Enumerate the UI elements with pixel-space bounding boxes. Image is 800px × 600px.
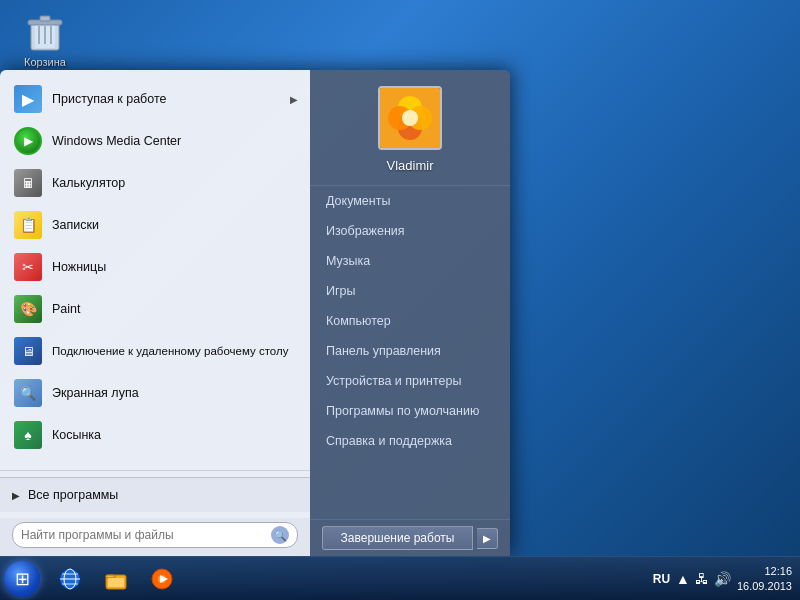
menu-item-paint[interactable]: 🎨 Paint — [0, 288, 310, 330]
menu-item-label: Записки — [52, 218, 298, 232]
wmc-icon: ▶ — [12, 125, 44, 157]
menu-item-calc[interactable]: 🖩 Калькулятор — [0, 162, 310, 204]
arrow-icon: ▶ — [290, 94, 298, 105]
search-input[interactable] — [21, 528, 271, 542]
desktop: Корзина ▶ Приступая к работе ▶ — [0, 0, 800, 600]
search-input-wrap: 🔍 — [12, 522, 298, 548]
search-bar: 🔍 — [0, 518, 310, 556]
user-section: Vladimir — [310, 70, 510, 186]
taskbar-apps — [48, 557, 184, 601]
volume-icon: 🔊 — [714, 571, 731, 587]
task-icon: 🖧 — [695, 571, 709, 587]
menu-item-wmc[interactable]: ▶ Windows Media Center — [0, 120, 310, 162]
recycle-bin-icon[interactable]: Корзина — [15, 10, 75, 68]
start-menu: ▶ Приступая к работе ▶ ▶ Windows Media C… — [0, 70, 510, 556]
user-avatar[interactable] — [378, 86, 442, 150]
shutdown-arrow-button[interactable]: ▶ — [477, 528, 498, 549]
right-link-devices[interactable]: Устройства и принтеры — [310, 366, 510, 396]
menu-item-label: Ножницы — [52, 260, 298, 274]
taskbar-explorer[interactable] — [94, 560, 138, 598]
start-button[interactable] — [0, 557, 44, 601]
all-programs-label: Все программы — [28, 488, 118, 502]
get-started-icon: ▶ — [12, 83, 44, 115]
clock-time: 12:16 — [764, 564, 792, 578]
menu-item-scissors[interactable]: ✂ Ножницы — [0, 246, 310, 288]
menu-item-label: Приступая к работе — [52, 92, 290, 106]
all-programs-section: ▶ Все программы — [0, 477, 310, 512]
start-orb — [4, 561, 40, 597]
menu-item-label: Paint — [52, 302, 298, 316]
menu-item-get-started[interactable]: ▶ Приступая к работе ▶ — [0, 78, 310, 120]
magnifier-icon: 🔍 — [12, 377, 44, 409]
network-icon: ▲ — [676, 571, 690, 587]
menu-item-label: Косынка — [52, 428, 298, 442]
menu-item-notes[interactable]: 📋 Записки — [0, 204, 310, 246]
recycle-bin-label: Корзина — [24, 56, 66, 68]
taskbar: RU ▲ 🖧 🔊 12:16 16.09.2013 — [0, 556, 800, 600]
right-links: Документы Изображения Музыка Игры Компью… — [310, 186, 510, 456]
paint-icon: 🎨 — [12, 293, 44, 325]
menu-item-solitaire[interactable]: ♠ Косынка — [0, 414, 310, 456]
svg-rect-20 — [108, 578, 124, 587]
system-clock[interactable]: 12:16 16.09.2013 — [737, 564, 792, 593]
menu-divider — [0, 470, 310, 471]
start-menu-right: Vladimir Документы Изображения Музыка Иг… — [310, 70, 510, 556]
taskbar-ie[interactable] — [48, 560, 92, 598]
right-link-help[interactable]: Справка и поддержка — [310, 426, 510, 456]
svg-point-12 — [402, 110, 418, 126]
start-programs-list: ▶ Приступая к работе ▶ ▶ Windows Media C… — [0, 70, 310, 464]
right-link-documents[interactable]: Документы — [310, 186, 510, 216]
system-icons: ▲ 🖧 🔊 — [676, 571, 731, 587]
menu-item-label: Экранная лупа — [52, 386, 298, 400]
avatar-image — [380, 88, 440, 148]
start-menu-left: ▶ Приступая к работе ▶ ▶ Windows Media C… — [0, 70, 310, 556]
calc-icon: 🖩 — [12, 167, 44, 199]
shutdown-button[interactable]: Завершение работы — [322, 526, 473, 550]
right-link-control-panel[interactable]: Панель управления — [310, 336, 510, 366]
right-link-computer[interactable]: Компьютер — [310, 306, 510, 336]
triangle-icon: ▶ — [12, 490, 20, 501]
menu-item-label: Подключение к удаленному рабочему столу — [52, 345, 298, 357]
right-link-games[interactable]: Игры — [310, 276, 510, 306]
menu-item-label: Windows Media Center — [52, 134, 298, 148]
notes-icon: 📋 — [12, 209, 44, 241]
solitaire-icon: ♠ — [12, 419, 44, 451]
menu-item-label: Калькулятор — [52, 176, 298, 190]
menu-item-magnifier[interactable]: 🔍 Экранная лупа — [0, 372, 310, 414]
taskbar-media-player[interactable] — [140, 560, 184, 598]
username: Vladimir — [387, 158, 434, 173]
taskbar-right: RU ▲ 🖧 🔊 12:16 16.09.2013 — [653, 564, 800, 593]
right-link-defaults[interactable]: Программы по умолчанию — [310, 396, 510, 426]
shutdown-bar: Завершение работы ▶ — [310, 519, 510, 556]
search-button[interactable]: 🔍 — [271, 526, 289, 544]
clock-date: 16.09.2013 — [737, 579, 792, 593]
recycle-bin-image — [25, 10, 65, 54]
language-indicator: RU — [653, 572, 670, 586]
svg-rect-3 — [40, 16, 50, 21]
scissors-icon: ✂ — [12, 251, 44, 283]
menu-item-rdp[interactable]: 🖥 Подключение к удаленному рабочему стол… — [0, 330, 310, 372]
right-link-images[interactable]: Изображения — [310, 216, 510, 246]
all-programs-button[interactable]: ▶ Все программы — [12, 484, 118, 506]
right-link-music[interactable]: Музыка — [310, 246, 510, 276]
rdp-icon: 🖥 — [12, 335, 44, 367]
